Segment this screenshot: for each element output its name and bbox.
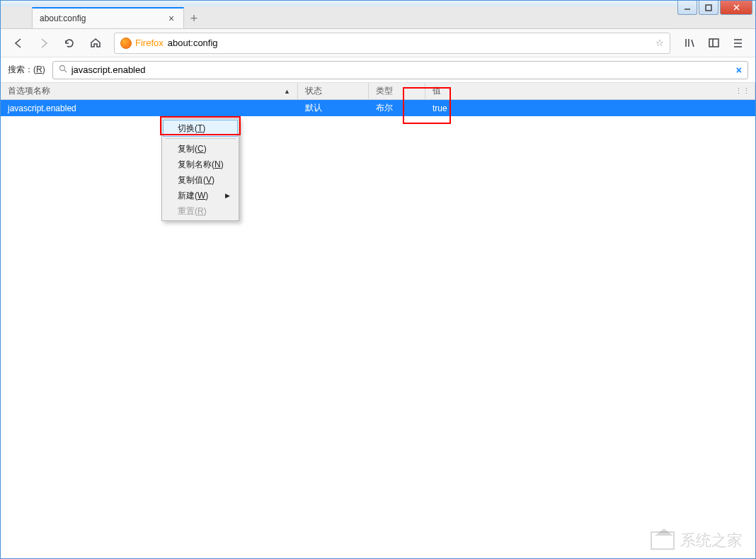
reload-button[interactable] <box>59 33 80 54</box>
svg-rect-7 <box>709 39 718 47</box>
menu-item-copy[interactable]: 复制(C) <box>164 141 237 157</box>
menu-item-copy-value[interactable]: 复制值(V) <box>164 172 237 188</box>
forward-button <box>33 33 55 54</box>
menu-separator <box>165 138 236 139</box>
column-header-value[interactable]: 值 ⋮⋮ <box>425 83 755 99</box>
menu-item-new[interactable]: 新建(W) ▶ <box>164 188 237 203</box>
config-search-input-wrap: × <box>52 61 748 79</box>
config-search-bar: 搜索：(R) × <box>1 57 755 83</box>
watermark: 系统之家 <box>651 530 743 551</box>
column-header-status[interactable]: 状态 <box>298 83 369 99</box>
pref-status: 默认 <box>298 102 369 114</box>
column-picker-icon[interactable]: ⋮⋮ <box>735 86 750 96</box>
watermark-icon <box>651 531 675 550</box>
identity-label: Firefox <box>135 38 164 48</box>
minimize-button[interactable] <box>677 1 697 15</box>
url-text: about:config <box>168 38 218 48</box>
pref-value: true <box>425 103 755 113</box>
firefox-icon <box>120 38 132 49</box>
tab-title: about:config <box>40 13 86 23</box>
library-button[interactable] <box>679 33 700 54</box>
tab-about-config[interactable]: about:config × <box>32 7 184 28</box>
pref-type: 布尔 <box>369 102 425 114</box>
sort-arrow-icon: ▲ <box>284 88 290 95</box>
sidebar-button[interactable] <box>703 33 724 54</box>
menu-item-copy-name[interactable]: 复制名称(N) <box>164 157 237 172</box>
pref-row[interactable]: javascript.enabled 默认 布尔 true <box>1 100 755 116</box>
close-window-button[interactable] <box>720 1 752 15</box>
tab-strip: about:config × + <box>1 6 755 29</box>
config-search-input[interactable] <box>71 64 736 75</box>
column-header-type[interactable]: 类型 <box>369 83 425 99</box>
nav-toolbar: Firefox about:config ☆ <box>1 29 755 57</box>
context-menu: 切换(T) 复制(C) 复制名称(N) 复制值(V) 新建(W) ▶ 重置(R) <box>161 118 239 221</box>
hamburger-menu-button[interactable] <box>727 33 748 54</box>
maximize-button[interactable] <box>699 1 718 15</box>
url-bar[interactable]: Firefox about:config ☆ <box>114 33 670 54</box>
menu-item-reset: 重置(R) <box>164 203 237 219</box>
identity-box[interactable]: Firefox <box>120 38 164 49</box>
close-tab-icon[interactable]: × <box>166 13 176 23</box>
home-button[interactable] <box>84 33 105 54</box>
svg-line-13 <box>64 70 67 72</box>
bookmark-star-icon[interactable]: ☆ <box>655 38 664 48</box>
title-bar <box>1 1 755 6</box>
search-icon <box>59 64 67 75</box>
column-header-name[interactable]: 首选项名称 ▲ <box>1 83 298 99</box>
column-headers: 首选项名称 ▲ 状态 类型 值 ⋮⋮ <box>1 83 755 100</box>
pref-name: javascript.enabled <box>1 103 298 113</box>
svg-point-12 <box>59 66 64 71</box>
submenu-arrow-icon: ▶ <box>225 192 230 199</box>
watermark-text: 系统之家 <box>680 530 743 551</box>
menu-item-toggle[interactable]: 切换(T) <box>163 120 238 137</box>
svg-line-6 <box>692 40 694 47</box>
clear-search-icon[interactable]: × <box>736 64 742 76</box>
window-controls <box>677 1 752 15</box>
back-button[interactable] <box>8 33 29 54</box>
new-tab-button[interactable]: + <box>184 9 204 28</box>
svg-rect-1 <box>706 5 711 11</box>
search-label: 搜索：(R) <box>8 64 45 76</box>
